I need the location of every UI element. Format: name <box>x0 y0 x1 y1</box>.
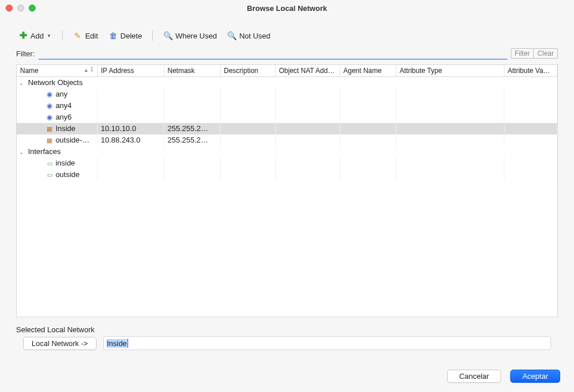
interface-icon: ▭ <box>45 172 53 178</box>
group-row[interactable]: ⌄ Network Objects <box>17 77 557 89</box>
table-row[interactable]: ▭ inside <box>17 157 557 169</box>
table-row[interactable]: ▦ Inside10.10.10.0255.255.2… <box>17 123 557 134</box>
col-desc[interactable]: Description <box>220 65 275 77</box>
row-ip <box>97 112 164 123</box>
toolbar-separator <box>62 30 63 41</box>
search-icon: 🔍 <box>227 31 236 40</box>
network-icon: ▦ <box>45 137 53 144</box>
globe-icon: ◉ <box>45 102 53 110</box>
col-name-label: Name <box>20 67 38 75</box>
window-title: Browse Local Network <box>0 4 574 13</box>
filter-button[interactable]: Filter <box>511 48 534 59</box>
group-row[interactable]: ⌄ Interfaces <box>17 146 557 157</box>
group-label: Interfaces <box>28 147 61 156</box>
table-row[interactable]: ◉ any <box>17 89 557 100</box>
cancel-button[interactable]: Cancelar <box>447 370 501 383</box>
row-ip: 10.10.10.0 <box>97 123 164 134</box>
window-controls <box>0 5 36 11</box>
toolbar-separator <box>152 30 153 41</box>
col-atype[interactable]: Attribute Type <box>396 65 504 77</box>
row-mask <box>164 100 220 112</box>
row-mask <box>164 169 220 180</box>
titlebar: Browse Local Network <box>0 0 574 16</box>
row-ip <box>97 100 164 112</box>
edit-button[interactable]: ✎ Edit <box>71 30 100 41</box>
edit-label: Edit <box>85 32 98 40</box>
table-row[interactable]: ▦ outside-…10.88.243.0255.255.2… <box>17 134 557 146</box>
trash-icon: 🗑 <box>109 31 118 40</box>
toolbar: ✚ Add ▾ ✎ Edit 🗑 Delete 🔍 Where Used 🔍 N… <box>0 16 574 45</box>
row-name: outside <box>56 170 80 179</box>
table-row[interactable]: ▭ outside <box>17 169 557 180</box>
row-name: Inside <box>56 124 76 133</box>
table-row[interactable]: ◉ any4 <box>17 100 557 112</box>
add-label: Add <box>30 32 44 40</box>
clear-button[interactable]: Clear <box>534 48 558 59</box>
filter-label: Filter: <box>16 49 35 58</box>
minimize-window-icon <box>17 5 24 11</box>
sort-asc-icon: ▲ 1 <box>84 67 94 73</box>
not-used-label: Not Used <box>239 32 270 40</box>
filter-row: Filter: Filter Clear <box>0 45 574 64</box>
where-used-button[interactable]: 🔍 Where Used <box>161 30 219 41</box>
row-ip <box>97 169 164 180</box>
row-name: inside <box>56 159 75 167</box>
network-icon: ▦ <box>45 125 53 133</box>
group-label: Network Objects <box>28 78 83 87</box>
row-mask: 255.255.2… <box>164 134 220 146</box>
not-used-button[interactable]: 🔍 Not Used <box>225 30 272 41</box>
col-agent[interactable]: Agent Name <box>340 65 396 77</box>
row-ip <box>97 157 164 169</box>
where-used-label: Where Used <box>175 32 217 40</box>
chevron-down-icon: ▾ <box>48 33 51 39</box>
selected-value-text: Inside <box>106 339 128 348</box>
col-aval[interactable]: Attribute Va… <box>504 65 557 77</box>
pencil-icon: ✎ <box>73 31 82 40</box>
globe-icon: ◉ <box>45 90 53 98</box>
filter-input[interactable] <box>38 47 507 60</box>
row-name: outside-… <box>56 136 90 144</box>
disclosure-icon: ⌄ <box>19 149 26 155</box>
zoom-window-icon[interactable] <box>29 5 36 11</box>
row-name: any4 <box>56 101 72 110</box>
object-table: Name ▲ 1 IP Address Netmask Description … <box>16 64 558 317</box>
table-header-row: Name ▲ 1 IP Address Netmask Description … <box>17 65 557 77</box>
selected-row: Local Network -> Inside <box>0 336 574 350</box>
row-ip <box>97 89 164 100</box>
selected-value-field[interactable]: Inside <box>103 336 551 350</box>
col-nat[interactable]: Object NAT Add… <box>275 65 340 77</box>
row-mask <box>164 157 220 169</box>
text-caret-icon <box>128 339 128 348</box>
row-ip: 10.88.243.0 <box>97 134 164 146</box>
col-ip[interactable]: IP Address <box>97 65 164 77</box>
row-mask <box>164 89 220 100</box>
close-window-icon[interactable] <box>6 5 13 11</box>
search-icon: 🔍 <box>163 31 172 40</box>
local-network-button[interactable]: Local Network -> <box>23 337 97 350</box>
add-button[interactable]: ✚ Add ▾ <box>16 30 54 41</box>
dialog-actions: Cancelar Aceptar <box>447 370 560 383</box>
row-mask <box>164 112 220 123</box>
col-name[interactable]: Name ▲ 1 <box>17 65 97 77</box>
row-name: any <box>56 90 68 98</box>
table-row[interactable]: ◉ any6 <box>17 112 557 123</box>
delete-button[interactable]: 🗑 Delete <box>106 30 145 41</box>
delete-label: Delete <box>121 32 142 40</box>
interface-icon: ▭ <box>45 160 53 167</box>
row-mask: 255.255.2… <box>164 123 220 134</box>
globe-icon: ◉ <box>45 113 53 121</box>
plus-icon: ✚ <box>18 31 28 40</box>
disclosure-icon: ⌄ <box>19 80 26 86</box>
ok-button[interactable]: Aceptar <box>510 370 560 383</box>
col-mask[interactable]: Netmask <box>164 65 220 77</box>
row-name: any6 <box>56 113 72 121</box>
selected-section-label: Selected Local Network <box>0 317 574 336</box>
